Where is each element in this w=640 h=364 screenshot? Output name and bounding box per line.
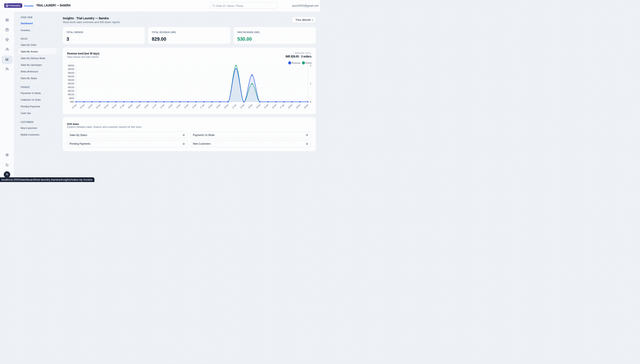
svg-text:INR450: INR450	[68, 68, 74, 70]
svg-text:14 Apr: 14 Apr	[175, 103, 181, 109]
svg-text:0: 0	[310, 100, 311, 103]
svg-text:INR400: INR400	[68, 71, 74, 74]
svg-text:23 Apr: 23 Apr	[247, 103, 253, 109]
svg-text:01 Apr: 01 Apr	[71, 103, 77, 109]
svg-text:26 Apr: 26 Apr	[271, 103, 277, 109]
svg-text:08 Apr: 08 Apr	[127, 103, 133, 109]
svg-text:18 Apr: 18 Apr	[207, 103, 213, 109]
svg-text:28 Apr: 28 Apr	[287, 103, 293, 109]
svg-text:1: 1	[310, 82, 311, 85]
svg-text:02 Apr: 02 Apr	[79, 103, 85, 109]
svg-text:INR200: INR200	[68, 86, 74, 88]
svg-text:05 Apr: 05 Apr	[103, 103, 109, 109]
svg-text:INR150: INR150	[68, 89, 74, 92]
svg-text:09 Apr: 09 Apr	[135, 103, 141, 109]
svg-text:06 Apr: 06 Apr	[111, 103, 117, 109]
svg-text:21 Apr: 21 Apr	[231, 103, 237, 109]
svg-text:24 Apr: 24 Apr	[255, 103, 261, 109]
svg-text:13 Apr: 13 Apr	[167, 103, 173, 109]
svg-text:INR50: INR50	[69, 97, 74, 99]
svg-text:16 Apr: 16 Apr	[191, 103, 197, 109]
svg-text:27 Apr: 27 Apr	[279, 103, 285, 109]
svg-text:INR100: INR100	[68, 93, 74, 96]
svg-text:22 Apr: 22 Apr	[239, 103, 245, 109]
svg-text:INR500: INR500	[68, 64, 74, 67]
svg-text:17 Apr: 17 Apr	[199, 103, 205, 109]
svg-text:INR300: INR300	[68, 79, 74, 81]
svg-text:30 Apr: 30 Apr	[303, 103, 309, 109]
svg-text:20 Apr: 20 Apr	[223, 103, 229, 109]
svg-text:2: 2	[310, 64, 311, 67]
svg-text:03 Apr: 03 Apr	[87, 103, 93, 109]
svg-text:INR250: INR250	[68, 82, 74, 85]
svg-text:INR0: INR0	[70, 100, 74, 103]
svg-text:29 Apr: 29 Apr	[295, 103, 301, 109]
svg-text:11 Apr: 11 Apr	[151, 103, 157, 109]
svg-text:15 Apr: 15 Apr	[183, 103, 189, 109]
svg-text:04 Apr: 04 Apr	[95, 103, 101, 109]
svg-text:07 Apr: 07 Apr	[119, 103, 125, 109]
svg-text:12 Apr: 12 Apr	[159, 103, 165, 109]
svg-text:10 Apr: 10 Apr	[143, 103, 149, 109]
svg-text:25 Apr: 25 Apr	[263, 103, 269, 109]
svg-text:INR350: INR350	[68, 75, 74, 78]
svg-text:19 Apr: 19 Apr	[215, 103, 221, 109]
